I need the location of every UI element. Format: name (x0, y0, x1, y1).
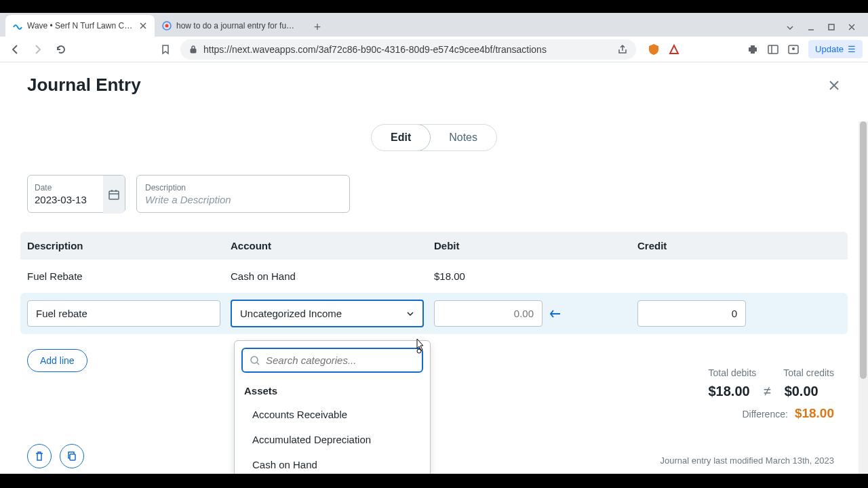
new-tab-button[interactable]: + (308, 18, 327, 37)
maximize-icon[interactable] (827, 23, 835, 33)
chevron-down-icon (406, 310, 414, 318)
wave-favicon (12, 20, 23, 31)
svg-point-1 (165, 24, 169, 28)
col-credit: Credit (637, 240, 841, 251)
account-select[interactable]: Uncategorized Income (231, 300, 424, 327)
footer-actions (27, 444, 84, 468)
close-icon[interactable] (138, 21, 148, 30)
back-button[interactable] (5, 40, 24, 59)
svg-point-12 (251, 357, 258, 363)
total-debits-label: Total debits (708, 367, 756, 378)
page-title: Journal Entry (27, 75, 141, 96)
tab-edit[interactable]: Edit (371, 124, 431, 151)
dropdown-search[interactable] (241, 348, 423, 373)
address-bar[interactable]: https://next.waveapps.com/3af72c86-b90c-… (180, 39, 636, 60)
table-row-editing: Uncategorized Income (20, 293, 848, 334)
sidepanel-icon[interactable] (765, 41, 781, 58)
browser-window: Wave • Serf N Turf Lawn Care • T how to … (0, 13, 868, 474)
scroll-thumb[interactable] (860, 121, 867, 379)
difference-value: $18.00 (795, 406, 834, 421)
tab-pills: Edit Notes (0, 124, 868, 151)
total-credits-value: $0.00 (785, 384, 818, 399)
description-field[interactable]: Description Write a Description (136, 175, 350, 213)
window-close-icon[interactable] (848, 23, 856, 33)
debit-input[interactable] (434, 300, 542, 327)
row-description-input[interactable] (27, 300, 220, 327)
page-content: Journal Entry Edit Notes Date 2023-03-13… (0, 62, 868, 474)
extensions-icon[interactable] (745, 41, 761, 58)
close-panel-button[interactable] (827, 79, 841, 92)
svg-rect-14 (70, 454, 75, 460)
calendar-icon[interactable] (103, 176, 125, 214)
row-account: Cash on Hand (231, 270, 434, 282)
tab-title: how to do a journal entry for fuel reb (176, 21, 297, 30)
dropdown-group: Assets (235, 380, 430, 402)
account-select-value: Uncategorized Income (240, 308, 342, 319)
dropdown-item[interactable]: Cash on Hand (235, 452, 430, 474)
browser-tab-active[interactable]: Wave • Serf N Turf Lawn Care • T (5, 15, 155, 37)
table-header: Description Account Debit Credit (20, 232, 848, 260)
totals-panel: Total debits Total credits $18.00 ≠ $0.0… (708, 367, 834, 421)
delete-button[interactable] (27, 444, 52, 468)
bookmark-icon[interactable] (160, 44, 171, 55)
col-account: Account (231, 240, 434, 251)
extension-icon[interactable] (666, 41, 682, 58)
svg-rect-2 (829, 24, 834, 30)
total-debits-value: $18.00 (708, 384, 749, 399)
description-label: Description (145, 183, 341, 192)
row-description: Fuel Rebate (27, 270, 231, 282)
dropdown-item[interactable]: Accumulated Depreciation (235, 427, 430, 452)
svg-rect-3 (191, 49, 196, 53)
svg-point-7 (792, 47, 795, 50)
dropdown-search-input[interactable] (266, 354, 415, 366)
forward-button[interactable] (28, 40, 47, 59)
svg-rect-4 (768, 45, 778, 54)
ublock-icon[interactable] (646, 41, 662, 58)
col-description: Description (27, 240, 231, 251)
url-text: https://next.waveapps.com/3af72c86-b90c-… (203, 44, 612, 55)
tab-title: Wave • Serf N Turf Lawn Care • T (27, 21, 134, 30)
reload-button[interactable] (52, 40, 71, 59)
page-header: Journal Entry (0, 62, 868, 109)
col-debit: Debit (434, 240, 637, 251)
svg-line-13 (257, 363, 259, 365)
total-credits-label: Total credits (783, 367, 834, 378)
tab-bar: Wave • Serf N Turf Lawn Care • T how to … (0, 13, 868, 37)
browser-tab-inactive[interactable]: how to do a journal entry for fuel reb (155, 15, 304, 37)
minimize-icon[interactable] (807, 23, 815, 33)
tab-notes[interactable]: Notes (430, 125, 496, 150)
menu-icon: ☰ (848, 44, 856, 54)
difference-label: Difference: (742, 409, 787, 420)
journal-table: Description Account Debit Credit Fuel Re… (20, 232, 848, 334)
copy-button[interactable] (60, 444, 84, 468)
table-row[interactable]: Fuel Rebate Cash on Hand $18.00 (20, 260, 848, 293)
swap-arrow-icon[interactable] (548, 306, 568, 321)
add-line-button[interactable]: Add line (27, 349, 87, 372)
form-row: Date 2023-03-13 Description Write a Desc… (0, 151, 868, 213)
last-modified-text: Journal entry last modified March 13th, … (660, 455, 834, 466)
search-icon (250, 355, 260, 366)
account-icon[interactable] (785, 41, 802, 58)
google-favicon (161, 20, 172, 31)
row-debit: $18.00 (434, 270, 637, 282)
dropdown-item[interactable]: Accounts Receivable (235, 402, 430, 427)
share-icon[interactable] (617, 44, 628, 55)
scrollbar[interactable] (859, 121, 868, 474)
svg-rect-8 (109, 191, 119, 199)
date-field[interactable]: Date 2023-03-13 (27, 175, 125, 213)
chevron-down-icon[interactable] (785, 23, 795, 33)
credit-input[interactable] (637, 300, 746, 327)
not-equal-icon: ≠ (764, 384, 771, 399)
description-placeholder: Write a Description (145, 194, 341, 205)
update-button[interactable]: Update ☰ (808, 40, 863, 58)
nav-bar: https://next.waveapps.com/3af72c86-b90c-… (0, 37, 868, 62)
account-dropdown: Assets Accounts Receivable Accumulated D… (234, 340, 431, 474)
lock-icon (189, 45, 198, 54)
